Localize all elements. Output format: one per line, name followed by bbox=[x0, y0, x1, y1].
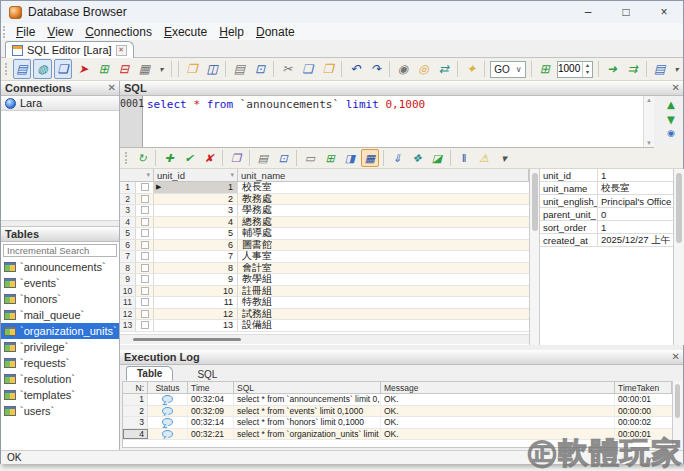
sql-panel-close-icon[interactable]: ✕ bbox=[672, 82, 680, 93]
field-value[interactable]: 2025/12/27 上午 12:4 bbox=[598, 234, 673, 247]
warnings-button[interactable]: ⚠ bbox=[475, 149, 493, 167]
menu-donate[interactable]: Donate bbox=[250, 24, 301, 40]
view-card-button[interactable]: ◨ bbox=[341, 149, 359, 167]
row-checkbox[interactable] bbox=[136, 228, 154, 239]
log-row[interactable]: 200:32:09select * from `events` limit 0,… bbox=[123, 406, 672, 418]
scrollbar-thumb[interactable] bbox=[675, 384, 680, 418]
cell-unit-name[interactable]: 人事室 bbox=[238, 251, 529, 262]
cell-unit-name[interactable]: 學務處 bbox=[238, 205, 529, 216]
cell-unit-name[interactable]: 特教組 bbox=[238, 297, 529, 308]
close-window-button[interactable]: ⊟ bbox=[115, 59, 133, 79]
toggle-connections-button[interactable]: ◍ bbox=[33, 59, 51, 79]
menu-file[interactable]: File bbox=[10, 24, 41, 40]
table-row[interactable]: 1212試務組 bbox=[120, 309, 529, 321]
toolbar-overflow-button[interactable]: ▾ bbox=[671, 59, 682, 79]
cell-unit-id[interactable]: 4 bbox=[154, 217, 238, 228]
undo-button[interactable]: ↶ bbox=[346, 59, 364, 79]
row-checkbox[interactable] bbox=[136, 240, 154, 251]
table-row[interactable]: 1111特教組 bbox=[120, 297, 529, 309]
next-statement-button[interactable]: ▼ bbox=[665, 113, 678, 127]
sidebar-item-organization-units[interactable]: `organization_units` bbox=[1, 323, 119, 339]
menu-help[interactable]: Help bbox=[213, 24, 250, 40]
table-row[interactable]: 22教務處 bbox=[120, 194, 529, 206]
row-limit-spinner[interactable]: ▴▾ bbox=[582, 62, 592, 77]
table-row[interactable]: 44總務處 bbox=[120, 217, 529, 229]
table-row[interactable]: 99教學組 bbox=[120, 274, 529, 286]
cell-unit-id[interactable]: 8 bbox=[154, 263, 238, 274]
copy-rows-button[interactable]: ❐ bbox=[227, 149, 245, 167]
row-checkbox[interactable] bbox=[136, 309, 154, 320]
print-results-button[interactable]: ▤ bbox=[254, 149, 272, 167]
sidebar-item-honors[interactable]: `honors` bbox=[1, 291, 119, 307]
sql-code-line[interactable]: select * from `announcements` limit 0,10… bbox=[143, 96, 654, 147]
redo-button[interactable]: ↷ bbox=[367, 59, 385, 79]
table-row[interactable]: 1▶1校長室 bbox=[120, 182, 529, 194]
field-value[interactable]: 1 bbox=[598, 222, 673, 233]
row-checkbox[interactable] bbox=[136, 251, 154, 262]
preview-results-button[interactable]: ⊡ bbox=[274, 149, 292, 167]
log-col-message[interactable]: Message bbox=[381, 382, 615, 393]
execution-log-close-icon[interactable]: ✕ bbox=[672, 351, 680, 362]
export-button[interactable]: ⇓ bbox=[388, 149, 406, 167]
table-row[interactable]: 55輔導處 bbox=[120, 228, 529, 240]
quick-execute-button[interactable]: ➤ bbox=[74, 59, 92, 79]
row-checkbox[interactable] bbox=[136, 182, 154, 193]
record-row[interactable]: created_at2025/12/27 上午 12:4 bbox=[540, 234, 673, 247]
grid-select-all-header[interactable]: ▾ bbox=[120, 169, 154, 181]
toolbar-overflow-button[interactable]: ▾ bbox=[156, 59, 167, 79]
cell-unit-name[interactable]: 校長室 bbox=[238, 182, 529, 193]
refresh-results-button[interactable]: ↻ bbox=[133, 149, 151, 167]
log-tab-sql[interactable]: SQL bbox=[187, 368, 227, 381]
cell-unit-id[interactable]: 11 bbox=[154, 297, 238, 308]
cell-unit-name[interactable]: 會計室 bbox=[238, 263, 529, 274]
sidebar-item-events[interactable]: `events` bbox=[1, 275, 119, 291]
cell-unit-name[interactable]: 設備組 bbox=[238, 320, 529, 331]
menu-execute[interactable]: Execute bbox=[158, 24, 213, 40]
sidebar-item-privilege[interactable]: `privilege` bbox=[1, 339, 119, 355]
table-row[interactable]: 33學務處 bbox=[120, 205, 529, 217]
cell-unit-id[interactable]: 7 bbox=[154, 251, 238, 262]
sidebar-item-announcements[interactable]: `announcements` bbox=[1, 259, 119, 275]
view-form-button[interactable]: ⊞ bbox=[321, 149, 339, 167]
cell-unit-id[interactable]: ▶1 bbox=[154, 182, 238, 193]
log-row[interactable]: 100:32:04select * from `announcements` l… bbox=[123, 394, 672, 406]
sidebar-item-templates[interactable]: `templates` bbox=[1, 387, 119, 403]
sidebar-splitter[interactable] bbox=[1, 220, 119, 227]
toggle-messages-button[interactable]: ❏ bbox=[54, 59, 72, 79]
scroll-up-icon[interactable]: ▲ bbox=[646, 97, 652, 103]
row-limit-input[interactable]: 1000▴▾ bbox=[557, 61, 593, 78]
open-button[interactable]: ❐ bbox=[183, 59, 201, 79]
print-preview-button[interactable]: ⊡ bbox=[251, 59, 269, 79]
row-checkbox[interactable] bbox=[136, 194, 154, 205]
record-row[interactable]: parent_unit_0 bbox=[540, 208, 673, 221]
field-value[interactable]: 校長室 bbox=[598, 182, 673, 195]
record-vertical-scrollbar[interactable] bbox=[673, 169, 684, 345]
maximize-button[interactable]: □ bbox=[607, 1, 645, 23]
row-checkbox[interactable] bbox=[136, 297, 154, 308]
connection-item-lara[interactable]: Lara bbox=[1, 96, 119, 111]
execute-all-button[interactable]: ⇉ bbox=[623, 59, 641, 79]
row-checkbox[interactable] bbox=[136, 205, 154, 216]
row-checkbox[interactable] bbox=[136, 320, 154, 331]
close-button[interactable]: × bbox=[645, 1, 683, 23]
limit-window-button[interactable]: ⊞ bbox=[536, 59, 554, 79]
menu-view[interactable]: View bbox=[41, 24, 79, 40]
grid-vertical-scrollbar[interactable] bbox=[529, 169, 540, 345]
print-button[interactable]: ▤ bbox=[230, 59, 248, 79]
table-row[interactable]: 77人事室 bbox=[120, 251, 529, 263]
cell-unit-id[interactable]: 10 bbox=[154, 286, 238, 297]
sidebar-item-users[interactable]: `users` bbox=[1, 403, 119, 419]
cell-unit-name[interactable]: 圖書館 bbox=[238, 240, 529, 251]
sidebar-item-mail-queue[interactable]: `mail_queue` bbox=[1, 307, 119, 323]
log-col-n[interactable]: N: bbox=[123, 382, 148, 393]
cell-unit-id[interactable]: 3 bbox=[154, 205, 238, 216]
field-value[interactable]: 0 bbox=[598, 209, 673, 220]
log-tab-table[interactable]: Table bbox=[126, 366, 173, 381]
execute-button[interactable]: ➜ bbox=[603, 59, 621, 79]
clean-button[interactable]: ✦ bbox=[462, 59, 480, 79]
log-col-time[interactable]: Time bbox=[188, 382, 234, 393]
export-xml-button[interactable]: ❖ bbox=[408, 149, 426, 167]
table-row[interactable]: 1010註冊組 bbox=[120, 286, 529, 298]
cancel-changes-button[interactable]: ✘ bbox=[200, 149, 218, 167]
column-header-unit-name[interactable]: unit_name bbox=[238, 169, 529, 181]
